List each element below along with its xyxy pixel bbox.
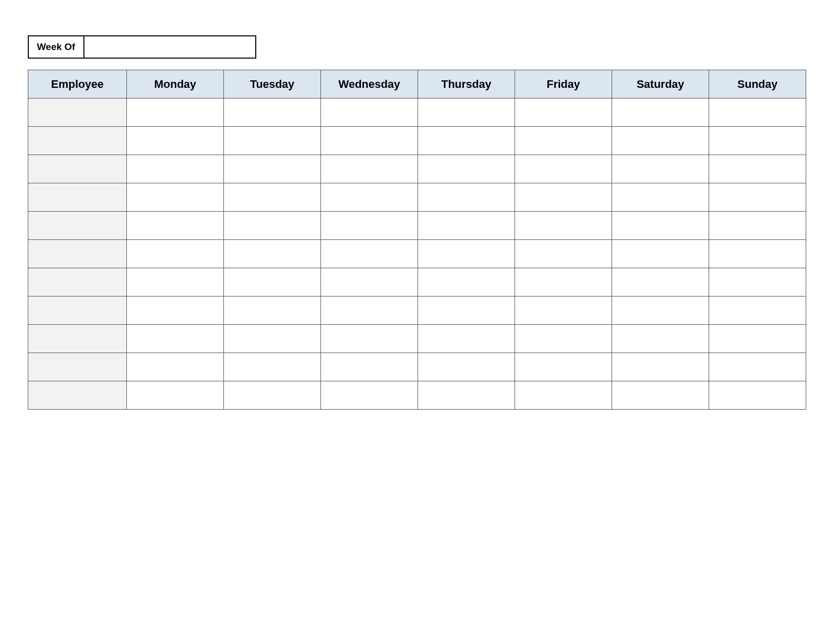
cell-wed[interactable] bbox=[321, 155, 418, 183]
cell-fri[interactable] bbox=[515, 381, 612, 410]
cell-thu[interactable] bbox=[418, 353, 515, 381]
table-row bbox=[28, 212, 806, 240]
cell-wed[interactable] bbox=[321, 296, 418, 325]
page: Week Of Employee Monday Tuesday Wednesda… bbox=[0, 0, 834, 410]
cell-sat[interactable] bbox=[612, 155, 709, 183]
cell-sun[interactable] bbox=[709, 183, 806, 212]
cell-sun[interactable] bbox=[709, 127, 806, 155]
employee-cell[interactable] bbox=[28, 240, 127, 268]
cell-sat[interactable] bbox=[612, 325, 709, 353]
cell-mon[interactable] bbox=[127, 381, 224, 410]
cell-wed[interactable] bbox=[321, 268, 418, 296]
cell-thu[interactable] bbox=[418, 325, 515, 353]
cell-fri[interactable] bbox=[515, 212, 612, 240]
table-row bbox=[28, 127, 806, 155]
cell-sat[interactable] bbox=[612, 127, 709, 155]
cell-wed[interactable] bbox=[321, 127, 418, 155]
cell-sat[interactable] bbox=[612, 212, 709, 240]
cell-sun[interactable] bbox=[709, 212, 806, 240]
cell-tue[interactable] bbox=[224, 325, 321, 353]
cell-wed[interactable] bbox=[321, 240, 418, 268]
cell-thu[interactable] bbox=[418, 212, 515, 240]
cell-thu[interactable] bbox=[418, 183, 515, 212]
cell-sun[interactable] bbox=[709, 155, 806, 183]
employee-cell[interactable] bbox=[28, 296, 127, 325]
cell-sat[interactable] bbox=[612, 183, 709, 212]
cell-sat[interactable] bbox=[612, 296, 709, 325]
cell-tue[interactable] bbox=[224, 353, 321, 381]
col-thursday: Thursday bbox=[418, 70, 515, 98]
cell-thu[interactable] bbox=[418, 98, 515, 127]
cell-mon[interactable] bbox=[127, 127, 224, 155]
cell-tue[interactable] bbox=[224, 268, 321, 296]
cell-thu[interactable] bbox=[418, 240, 515, 268]
cell-tue[interactable] bbox=[224, 127, 321, 155]
employee-cell[interactable] bbox=[28, 183, 127, 212]
table-row bbox=[28, 98, 806, 127]
cell-wed[interactable] bbox=[321, 353, 418, 381]
cell-thu[interactable] bbox=[418, 127, 515, 155]
cell-fri[interactable] bbox=[515, 98, 612, 127]
cell-wed[interactable] bbox=[321, 381, 418, 410]
cell-sat[interactable] bbox=[612, 240, 709, 268]
cell-thu[interactable] bbox=[418, 381, 515, 410]
cell-fri[interactable] bbox=[515, 268, 612, 296]
employee-cell[interactable] bbox=[28, 98, 127, 127]
employee-cell[interactable] bbox=[28, 127, 127, 155]
cell-fri[interactable] bbox=[515, 296, 612, 325]
cell-mon[interactable] bbox=[127, 98, 224, 127]
employee-cell[interactable] bbox=[28, 381, 127, 410]
cell-tue[interactable] bbox=[224, 183, 321, 212]
cell-sat[interactable] bbox=[612, 98, 709, 127]
cell-thu[interactable] bbox=[418, 268, 515, 296]
col-sunday: Sunday bbox=[709, 70, 806, 98]
cell-wed[interactable] bbox=[321, 98, 418, 127]
table-row bbox=[28, 296, 806, 325]
employee-cell[interactable] bbox=[28, 212, 127, 240]
cell-mon[interactable] bbox=[127, 296, 224, 325]
cell-sat[interactable] bbox=[612, 381, 709, 410]
employee-cell[interactable] bbox=[28, 325, 127, 353]
cell-fri[interactable] bbox=[515, 240, 612, 268]
cell-tue[interactable] bbox=[224, 98, 321, 127]
cell-sun[interactable] bbox=[709, 240, 806, 268]
cell-mon[interactable] bbox=[127, 240, 224, 268]
cell-mon[interactable] bbox=[127, 325, 224, 353]
cell-tue[interactable] bbox=[224, 381, 321, 410]
employee-cell[interactable] bbox=[28, 155, 127, 183]
cell-fri[interactable] bbox=[515, 127, 612, 155]
cell-wed[interactable] bbox=[321, 325, 418, 353]
cell-sun[interactable] bbox=[709, 325, 806, 353]
cell-fri[interactable] bbox=[515, 325, 612, 353]
cell-mon[interactable] bbox=[127, 268, 224, 296]
cell-tue[interactable] bbox=[224, 296, 321, 325]
week-of-input[interactable] bbox=[84, 35, 256, 59]
cell-mon[interactable] bbox=[127, 155, 224, 183]
cell-sat[interactable] bbox=[612, 268, 709, 296]
cell-wed[interactable] bbox=[321, 183, 418, 212]
cell-mon[interactable] bbox=[127, 353, 224, 381]
cell-fri[interactable] bbox=[515, 183, 612, 212]
col-tuesday: Tuesday bbox=[224, 70, 321, 98]
cell-sat[interactable] bbox=[612, 353, 709, 381]
employee-cell[interactable] bbox=[28, 353, 127, 381]
cell-tue[interactable] bbox=[224, 155, 321, 183]
cell-thu[interactable] bbox=[418, 296, 515, 325]
table-row bbox=[28, 325, 806, 353]
cell-fri[interactable] bbox=[515, 353, 612, 381]
cell-mon[interactable] bbox=[127, 212, 224, 240]
cell-sun[interactable] bbox=[709, 98, 806, 127]
cell-tue[interactable] bbox=[224, 212, 321, 240]
cell-tue[interactable] bbox=[224, 240, 321, 268]
cell-fri[interactable] bbox=[515, 155, 612, 183]
cell-mon[interactable] bbox=[127, 183, 224, 212]
employee-cell[interactable] bbox=[28, 268, 127, 296]
col-monday: Monday bbox=[127, 70, 224, 98]
cell-wed[interactable] bbox=[321, 212, 418, 240]
cell-thu[interactable] bbox=[418, 155, 515, 183]
col-friday: Friday bbox=[515, 70, 612, 98]
cell-sun[interactable] bbox=[709, 268, 806, 296]
cell-sun[interactable] bbox=[709, 296, 806, 325]
cell-sun[interactable] bbox=[709, 381, 806, 410]
cell-sun[interactable] bbox=[709, 353, 806, 381]
